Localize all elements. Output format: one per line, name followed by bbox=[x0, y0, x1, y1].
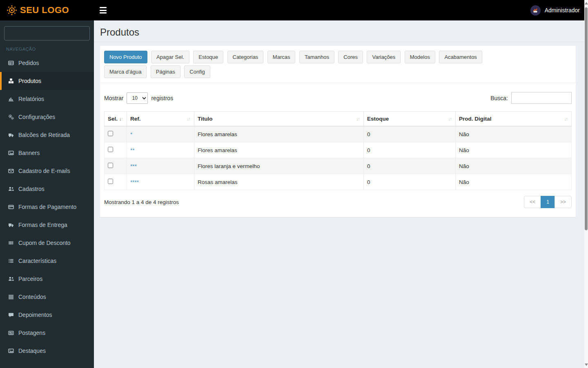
users-icon bbox=[7, 276, 15, 282]
sidebar-item-pedidos[interactable]: Pedidos bbox=[0, 54, 94, 72]
sort-icon: ↓↑ bbox=[448, 116, 452, 122]
pagination-next[interactable]: >> bbox=[555, 196, 572, 208]
sidebar-item-label: Formas de Entrega bbox=[18, 222, 67, 228]
scrollbar[interactable] bbox=[584, 0, 588, 368]
page-title: Produtos bbox=[100, 27, 582, 38]
scrollbar-thumb[interactable] bbox=[585, 7, 588, 230]
sizes-button[interactable]: Tamanhos bbox=[299, 51, 334, 63]
cell-digital: Não bbox=[456, 126, 572, 142]
stock-button[interactable]: Estoque bbox=[193, 51, 223, 63]
models-button[interactable]: Modelos bbox=[405, 51, 435, 63]
finishes-button[interactable]: Acabamentos bbox=[439, 51, 482, 63]
cell-stock: 0 bbox=[364, 126, 456, 142]
categories-button[interactable]: Categorias bbox=[227, 51, 264, 63]
scroll-down-icon[interactable] bbox=[585, 364, 588, 366]
sidebar-item-label: Balcões de Retirada bbox=[18, 132, 70, 138]
cell-digital: Não bbox=[456, 158, 572, 174]
sidebar-item-banners[interactable]: Banners bbox=[0, 144, 94, 162]
truck-icon bbox=[7, 132, 15, 138]
pagination-page-1[interactable]: 1 bbox=[541, 196, 555, 208]
logo[interactable]: SEU LOGO bbox=[0, 0, 94, 20]
sidebar-item-configuracoes[interactable]: Configurações bbox=[0, 108, 94, 126]
records-label: registros bbox=[151, 95, 173, 101]
sidebar-item-cadastro-de-emails[interactable]: Cadastro de E-mails bbox=[0, 162, 94, 180]
sidebar-item-label: Postagens bbox=[18, 330, 45, 336]
newspaper-icon bbox=[7, 330, 15, 336]
sidebar-item-caracteristicas[interactable]: Características bbox=[0, 252, 94, 270]
new-product-button[interactable]: Novo Produto bbox=[104, 51, 147, 63]
menu-lines-icon bbox=[7, 294, 15, 300]
config-button[interactable]: Config bbox=[184, 65, 210, 78]
table-row: * Flores amarelas 0 Não bbox=[105, 126, 572, 142]
comment-icon bbox=[7, 312, 15, 318]
row-checkbox[interactable] bbox=[108, 179, 113, 184]
cell-digital: Não bbox=[456, 174, 572, 190]
user-menu[interactable]: Administrador bbox=[530, 5, 580, 16]
cell-stock: 0 bbox=[364, 174, 456, 190]
sidebar-item-formas-de-pagamento[interactable]: Formas de Pagamento bbox=[0, 198, 94, 216]
scroll-up-icon[interactable] bbox=[585, 2, 588, 4]
sidebar-item-formas-de-entrega[interactable]: Formas de Entrega bbox=[0, 216, 94, 234]
sidebar-item-postagens[interactable]: Postagens bbox=[0, 324, 94, 342]
sidebar-item-label: Cadastros bbox=[18, 186, 45, 192]
column-header-titulo[interactable]: Titulo↓↑ bbox=[194, 112, 364, 126]
column-header-estoque[interactable]: Estoque↓↑ bbox=[364, 112, 456, 126]
cubes-icon bbox=[7, 78, 15, 84]
column-header-prod-digital[interactable]: Prod. Digital↓↑ bbox=[456, 112, 572, 126]
pages-button[interactable]: Páginas bbox=[151, 65, 180, 78]
ref-link[interactable]: *** bbox=[130, 163, 137, 169]
sidebar-item-parceiros[interactable]: Parceiros bbox=[0, 270, 94, 288]
variations-button[interactable]: Variações bbox=[367, 51, 401, 63]
sidebar-search-input[interactable] bbox=[4, 26, 90, 40]
user-name: Administrador bbox=[545, 7, 580, 13]
sidebar-item-label: Cadastro de E-mails bbox=[18, 168, 70, 174]
brands-button[interactable]: Marcas bbox=[267, 51, 296, 63]
ref-link[interactable]: ** bbox=[130, 147, 135, 153]
sidebar-item-depoimentos[interactable]: Depoimentos bbox=[0, 306, 94, 324]
pagination: << 1 >> bbox=[524, 196, 572, 208]
envelope-icon bbox=[7, 168, 15, 174]
sidebar-item-label: Características bbox=[18, 258, 56, 264]
image-icon bbox=[7, 150, 15, 156]
column-header-sel[interactable]: Sel. ↓↑ bbox=[105, 112, 127, 126]
row-checkbox[interactable] bbox=[108, 131, 113, 136]
sidebar-item-relatorios[interactable]: Relatórios bbox=[0, 90, 94, 108]
cell-stock: 0 bbox=[364, 142, 456, 158]
table-icon bbox=[7, 60, 15, 66]
page-size-select[interactable]: 10 bbox=[127, 92, 148, 104]
ref-link[interactable]: **** bbox=[130, 179, 139, 185]
sidebar-item-destaques[interactable]: Destaques bbox=[0, 342, 94, 360]
sidebar-item-cupom-de-desconto[interactable]: Cupom de Desconto bbox=[0, 234, 94, 252]
sidebar-item-label: Relatórios bbox=[18, 96, 44, 102]
th-list-icon bbox=[7, 258, 15, 264]
cell-stock: 0 bbox=[364, 158, 456, 174]
topbar: SEU LOGO Administrador bbox=[0, 0, 588, 20]
row-checkbox[interactable] bbox=[108, 163, 113, 168]
sidebar-item-label: Parceiros bbox=[18, 276, 42, 282]
cell-title: Flores amarelas bbox=[194, 142, 364, 158]
sort-icon: ↓↑ bbox=[356, 116, 360, 122]
table-row: ** Flores amarelas 0 Não bbox=[105, 142, 572, 158]
column-header-ref[interactable]: Ref.↓↑ bbox=[127, 112, 194, 126]
pagination-prev[interactable]: << bbox=[524, 196, 541, 208]
sidebar: NAVEGAÇÃO Pedidos Produtos Relatórios Co… bbox=[0, 20, 94, 368]
colors-button[interactable]: Cores bbox=[338, 51, 363, 63]
ref-link[interactable]: * bbox=[130, 131, 132, 137]
sidebar-item-label: Cupom de Desconto bbox=[18, 240, 71, 246]
sort-icon: ↓↑ bbox=[564, 116, 568, 122]
row-checkbox[interactable] bbox=[108, 147, 113, 152]
cell-title: Flores laranja e vermelho bbox=[194, 158, 364, 174]
bar-chart-icon bbox=[7, 96, 15, 102]
sidebar-item-produtos[interactable]: Produtos bbox=[0, 72, 94, 90]
sidebar-item-conteudos[interactable]: Conteúdos bbox=[0, 288, 94, 306]
delete-selected-button[interactable]: Apagar Sel. bbox=[151, 51, 189, 63]
hamburger-icon[interactable] bbox=[100, 7, 107, 13]
sort-icon: ↓↑ bbox=[187, 116, 191, 122]
sidebar-item-cadastros[interactable]: Cadastros bbox=[0, 180, 94, 198]
search-input[interactable] bbox=[511, 92, 572, 104]
table-controls: Mostrar 10 registros Busca: bbox=[100, 83, 576, 111]
sidebar-item-balcoes-de-retirada[interactable]: Balcões de Retirada bbox=[0, 126, 94, 144]
watermark-button[interactable]: Marca d'água bbox=[104, 65, 147, 78]
truck-icon bbox=[7, 222, 15, 228]
gears-icon bbox=[7, 114, 15, 120]
